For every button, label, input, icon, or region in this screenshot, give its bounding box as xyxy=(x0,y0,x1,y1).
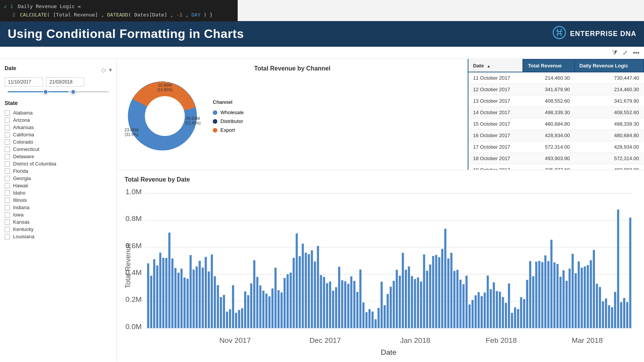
bar xyxy=(365,312,368,328)
state-item[interactable]: Louisiana xyxy=(5,233,110,240)
bar xyxy=(156,265,158,328)
diamond-icon[interactable]: ◇ xyxy=(101,66,106,74)
bar xyxy=(493,282,495,328)
bar xyxy=(462,284,465,328)
date-slider[interactable] xyxy=(5,90,112,94)
bar xyxy=(402,253,404,328)
cell-total-revenue: 341,679.90 xyxy=(523,84,574,95)
bar xyxy=(192,270,195,328)
dna-icon xyxy=(552,26,566,42)
table-row: 16 October 2017 428,934.00 480,684.80 xyxy=(468,130,644,141)
state-checkbox[interactable] xyxy=(5,147,10,152)
more-icon[interactable]: ••• xyxy=(633,49,639,56)
state-item[interactable]: Georgia xyxy=(5,175,110,182)
bar xyxy=(526,280,528,328)
state-item[interactable]: Iowa xyxy=(5,211,110,218)
bar xyxy=(208,272,210,328)
table-scroll[interactable]: Date ▲ Total Revenue Daily Revenue Logic xyxy=(468,59,644,170)
state-checkbox[interactable] xyxy=(5,118,10,123)
bar xyxy=(159,253,161,328)
bar xyxy=(468,305,471,328)
bar xyxy=(177,273,180,328)
table-row: 15 October 2017 480,684.80 498,339.30 xyxy=(468,118,644,130)
state-item[interactable]: Illinois xyxy=(5,197,110,204)
state-checkbox[interactable] xyxy=(5,219,10,225)
state-item[interactable]: Indiana xyxy=(5,204,110,211)
state-checkbox[interactable] xyxy=(5,132,10,138)
bar xyxy=(153,259,156,328)
bar xyxy=(350,276,353,328)
state-item[interactable]: Delaware xyxy=(5,153,110,160)
bar xyxy=(368,309,371,328)
col-total-revenue[interactable]: Total Revenue xyxy=(523,59,574,72)
bar xyxy=(184,278,186,328)
bar xyxy=(541,262,544,328)
col-date[interactable]: Date ▲ xyxy=(468,59,523,72)
bar xyxy=(189,255,192,328)
state-checkbox[interactable] xyxy=(5,154,10,159)
bar xyxy=(590,260,592,328)
cell-total-revenue: 408,552.60 xyxy=(523,95,574,107)
state-checkbox[interactable] xyxy=(5,176,10,181)
bar xyxy=(299,256,301,328)
state-item[interactable]: California xyxy=(5,131,110,138)
state-checkbox[interactable] xyxy=(5,234,10,239)
state-label: Iowa xyxy=(13,212,23,218)
date-start-input[interactable]: 11/10/2017 xyxy=(5,77,43,87)
state-item[interactable]: District of Columbia xyxy=(5,160,110,167)
bar xyxy=(265,293,268,328)
bar xyxy=(305,253,307,328)
bar xyxy=(472,300,474,328)
state-checkbox[interactable] xyxy=(5,212,10,218)
state-checkbox[interactable] xyxy=(5,139,10,145)
cell-date: 13 October 2017 xyxy=(468,95,523,107)
bar xyxy=(487,275,489,328)
bar xyxy=(238,310,240,328)
state-item[interactable]: Florida xyxy=(5,167,110,175)
state-item[interactable]: Connecticut xyxy=(5,146,110,153)
slider-handle-right[interactable] xyxy=(71,89,76,95)
state-item[interactable]: Kansas xyxy=(5,218,110,226)
state-checkbox[interactable] xyxy=(5,227,10,232)
state-item[interactable]: Arkansas xyxy=(5,124,110,131)
date-end-input[interactable]: 21/03/2018 xyxy=(46,77,84,87)
code-arg1: [Total Revenue] xyxy=(53,11,98,19)
state-item[interactable]: Alabama xyxy=(5,109,110,116)
bar xyxy=(332,291,334,328)
state-checkbox[interactable] xyxy=(5,125,10,130)
slider-handle-left[interactable] xyxy=(43,89,48,95)
bar xyxy=(505,303,507,328)
state-checkbox[interactable] xyxy=(5,110,10,116)
state-item[interactable]: Kentucky xyxy=(5,226,110,233)
state-checkbox[interactable] xyxy=(5,161,10,167)
expand-icon[interactable]: ⤢ xyxy=(623,49,628,56)
state-checkbox[interactable] xyxy=(5,205,10,210)
bar xyxy=(284,278,286,328)
state-item[interactable]: Hawaii xyxy=(5,182,110,189)
state-item[interactable]: Idaho xyxy=(5,189,110,197)
bar xyxy=(511,313,513,328)
main-content: Date ◇ ▾ 11/10/2017 21/03/2018 xyxy=(0,59,644,362)
svg-point-1 xyxy=(145,96,185,136)
col-daily-logic[interactable]: Daily Revenue Logic xyxy=(575,59,644,72)
bar xyxy=(341,280,343,328)
state-checkbox[interactable] xyxy=(5,183,10,188)
state-checkbox[interactable] xyxy=(5,198,10,203)
state-checkbox[interactable] xyxy=(5,190,10,196)
svg-text:Nov 2017: Nov 2017 xyxy=(219,336,251,344)
bar xyxy=(596,284,598,328)
bar xyxy=(475,295,477,328)
state-item[interactable]: Colorado xyxy=(5,138,110,146)
sort-arrow: ▲ xyxy=(487,64,491,68)
bar xyxy=(308,254,310,328)
state-list[interactable]: AlabamaArizonaArkansasCaliforniaColorado… xyxy=(5,109,112,240)
code-close: ) } xyxy=(204,11,212,19)
revenue-table-section: Date ▲ Total Revenue Daily Revenue Logic xyxy=(468,59,644,170)
check-icon: ✓ xyxy=(4,2,7,11)
state-checkbox[interactable] xyxy=(5,169,10,174)
chevron-down-icon[interactable]: ▾ xyxy=(109,66,112,74)
filter-icon[interactable]: ⧩ xyxy=(612,49,617,56)
bar xyxy=(623,298,626,328)
bar xyxy=(335,287,337,328)
state-item[interactable]: Arizona xyxy=(5,116,110,124)
